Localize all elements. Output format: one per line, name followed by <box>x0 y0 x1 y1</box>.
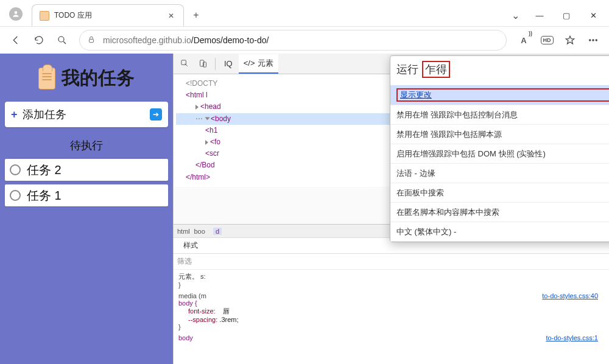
cmd-menu-query[interactable]: 乍得 <box>422 61 450 78</box>
close-tab-button[interactable]: ✕ <box>166 11 176 21</box>
back-button[interactable] <box>5 29 27 51</box>
css-link[interactable]: to-do-styles.css:1 <box>546 334 598 341</box>
cmd-menu-item[interactable]: 禁用在增 强跟踪中包括脚本源持久性 <box>390 125 609 144</box>
window-titlebar: TODO 应用 ✕ + ⌄ ― ▢ ✕ <box>0 0 609 27</box>
lock-icon <box>87 35 97 45</box>
clipboard-icon <box>38 68 55 89</box>
svg-point-4 <box>593 40 594 41</box>
task-item[interactable]: 任务 1 <box>5 184 168 206</box>
cmd-menu-item[interactable]: 启用在增强跟踪中包括 DOM 快照 (实验性)持久性 <box>390 144 609 164</box>
svg-point-1 <box>58 37 64 42</box>
search-button[interactable] <box>51 29 73 51</box>
cmd-item-label: 启用在增强跟踪中包括 DOM 快照 (实验性) <box>396 149 609 159</box>
settings-menu-button[interactable] <box>582 29 604 51</box>
cmd-item-label: 显示更改 <box>396 88 609 102</box>
add-task-input[interactable]: + 添加任务 ➔ <box>5 102 168 127</box>
new-tab-button[interactable]: + <box>186 4 206 26</box>
css-link[interactable]: to-do-styles.css:40 <box>542 292 598 299</box>
immersive-reader-button[interactable]: HD <box>536 29 558 51</box>
favorite-button[interactable] <box>559 29 581 51</box>
task-label: 任务 1 <box>27 187 62 204</box>
cmd-item-label: 禁用在增 强跟踪中包括控制台消息 <box>396 110 609 121</box>
plus-icon: + <box>11 108 18 121</box>
submit-task-button[interactable]: ➔ <box>150 108 162 121</box>
tab-styles[interactable]: 样式 <box>177 240 204 251</box>
device-toggle-button[interactable] <box>194 55 211 72</box>
svg-point-3 <box>590 40 591 41</box>
url-text: microsoftedge.github.io/Demos/demo-to-do… <box>103 35 269 45</box>
cmd-item-label: 在匿名脚本和内容脚本中搜索 <box>396 207 609 218</box>
avatar-icon <box>9 7 23 21</box>
filter-input[interactable]: 筛选 <box>177 256 605 267</box>
styles-pane: html boo d 样式 筛选 元素。 s: } to-do-styles.c… <box>174 224 609 364</box>
command-menu: 运行 乍得 显示更改快速查看禁用在增 强跟踪中包括控制台消息持久性禁用在增 强跟… <box>390 55 609 242</box>
minimize-button[interactable]: ― <box>526 4 553 26</box>
browser-toolbar: microsoftedge.github.io/Demos/demo-to-do… <box>0 27 609 54</box>
cmd-menu-title: 运行 <box>396 62 418 77</box>
cmd-item-label: 禁用在增 强跟踪中包括脚本源 <box>396 129 609 140</box>
task-item[interactable]: 任务 2 <box>5 159 168 181</box>
profile-button[interactable] <box>2 2 29 26</box>
cmd-item-label: 在面板中搜索 <box>396 187 609 198</box>
add-task-label: 添加任务 <box>23 107 66 122</box>
section-heading: 待执行 <box>5 138 168 153</box>
tab-actions-button[interactable]: ⌄ <box>504 4 526 26</box>
svg-rect-2 <box>90 39 94 42</box>
tab-welcome[interactable]: IQ <box>219 54 238 74</box>
inspect-button[interactable] <box>176 55 193 72</box>
svg-point-0 <box>15 11 18 14</box>
close-window-button[interactable]: ✕ <box>580 4 607 26</box>
svg-point-5 <box>596 40 597 41</box>
address-bar[interactable]: microsoftedge.github.io/Demos/demo-to-do… <box>79 30 507 51</box>
maximize-button[interactable]: ▢ <box>553 4 580 26</box>
cmd-item-label: 中文 (繁体中文) - <box>396 226 609 237</box>
styles-content[interactable]: 元素。 s: } to-do-styles.css:40media (m bod… <box>174 270 609 344</box>
cmd-menu-item[interactable]: 在匿名脚本和内容脚本中搜索源 <box>390 203 609 222</box>
todo-app: 我的任务 + 添加任务 ➔ 待执行 任务 2 任务 1 <box>0 54 173 364</box>
refresh-button[interactable] <box>28 29 50 51</box>
browser-tab[interactable]: TODO 应用 ✕ <box>32 4 184 26</box>
cmd-menu-item[interactable]: 中文 (繁体中文) -中文 (繁體)外观 <box>390 222 609 242</box>
task-checkbox[interactable] <box>10 190 21 201</box>
read-aloud-button[interactable]: A)) <box>513 29 535 51</box>
page-title: 我的任务 <box>62 66 135 91</box>
task-checkbox[interactable] <box>10 164 21 175</box>
cmd-menu-item[interactable]: 法语 - 边缘一个神秘 <box>390 164 609 183</box>
cmd-menu-item[interactable]: 禁用在增 强跟踪中包括控制台消息持久性 <box>390 105 609 125</box>
tab-title: TODO 应用 <box>54 10 161 21</box>
cmd-menu-item[interactable]: 显示更改快速查看 <box>390 85 609 105</box>
clipboard-icon <box>40 11 49 21</box>
cmd-item-label: 法语 - 边缘 <box>396 168 609 179</box>
task-label: 任务 2 <box>27 162 62 178</box>
tab-elements[interactable]: </>元素 <box>239 54 278 74</box>
cmd-menu-item[interactable]: 在面板中搜索Ctrl+F全局 <box>390 183 609 203</box>
devtools-panel: IQ </>元素 + ⋯ ✕ <!DOCTY <html l <head ⋯<b <box>173 54 609 364</box>
